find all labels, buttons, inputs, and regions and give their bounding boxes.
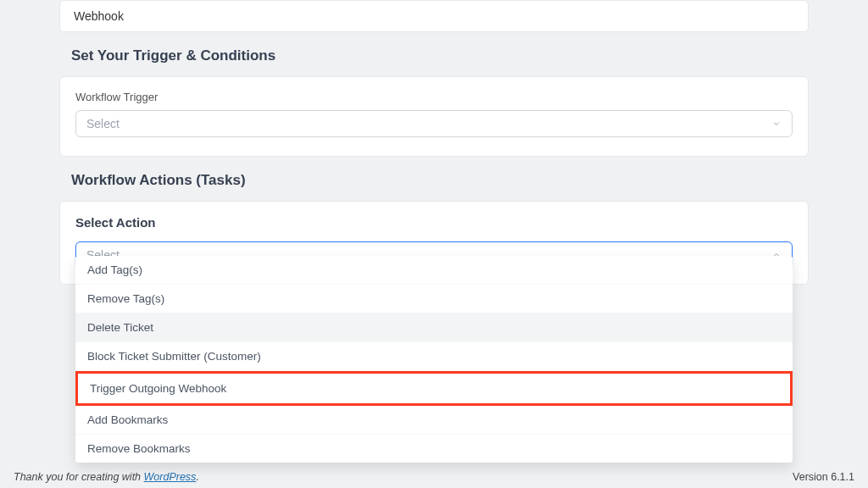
footer-suffix: . <box>196 471 198 483</box>
trigger-card: Workflow Trigger Select <box>59 76 809 157</box>
dropdown-option[interactable]: Block Ticket Submitter (Customer) <box>75 342 793 371</box>
footer-version: Version 6.1.1 <box>793 471 854 483</box>
dropdown-option[interactable]: Delete Ticket <box>75 313 793 342</box>
footer-link[interactable]: WordPress <box>144 471 197 483</box>
dropdown-option[interactable]: Add Tag(s) <box>75 256 793 285</box>
workflow-trigger-label: Workflow Trigger <box>75 91 793 103</box>
chevron-down-icon <box>771 119 782 129</box>
footer: Thank you for creating with WordPress. V… <box>14 471 854 483</box>
dropdown-option[interactable]: Add Bookmarks <box>75 406 793 435</box>
action-card: Select Action Select Add Tag(s)Remove Ta… <box>59 201 809 285</box>
dropdown-option[interactable]: Remove Tag(s) <box>75 285 793 313</box>
webhook-label: Webhook <box>74 9 124 23</box>
select-action-title: Select Action <box>75 215 793 230</box>
workflow-trigger-select[interactable]: Select <box>75 110 793 137</box>
action-dropdown: Add Tag(s)Remove Tag(s)Delete TicketBloc… <box>75 256 793 463</box>
dropdown-option[interactable]: Remove Bookmarks <box>75 435 793 463</box>
trigger-section-title: Set Your Trigger & Conditions <box>71 47 809 64</box>
webhook-card: Webhook <box>59 0 809 32</box>
workflow-trigger-placeholder: Select <box>86 117 120 130</box>
dropdown-option[interactable]: Trigger Outgoing Webhook <box>75 371 793 406</box>
actions-section-title: Workflow Actions (Tasks) <box>71 172 809 189</box>
footer-prefix: Thank you for creating with <box>14 471 144 483</box>
